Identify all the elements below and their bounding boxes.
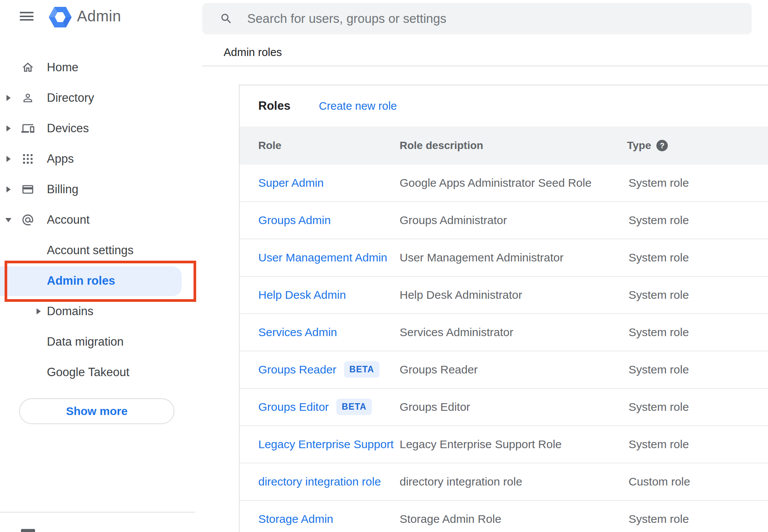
sidebar-item-label: Google Takeout: [47, 361, 130, 384]
expand-arrow-icon[interactable]: [6, 156, 11, 162]
credit-card-icon: [21, 183, 34, 196]
column-header-type: Type: [627, 127, 651, 165]
beta-badge: BETA: [344, 361, 379, 378]
role-type: System role: [629, 389, 689, 425]
role-description: Storage Admin Role: [400, 501, 501, 532]
role-link[interactable]: Help Desk Admin: [258, 277, 346, 313]
sidebar-item-account[interactable]: Account: [0, 208, 202, 231]
card-title: Roles: [258, 85, 290, 127]
expand-arrow-icon[interactable]: [6, 125, 11, 131]
beta-badge: BETA: [336, 399, 372, 415]
sidebar-item-home[interactable]: Home: [0, 56, 202, 79]
role-description: Services Administrator: [400, 314, 513, 351]
search-icon: [220, 12, 233, 25]
person-icon: [21, 91, 34, 104]
sidebar-item-label: Devices: [47, 117, 89, 140]
show-more-button[interactable]: Show more: [19, 398, 174, 424]
sidebar-item-domains[interactable]: Domains: [0, 300, 202, 323]
role-link[interactable]: Groups ReaderBETA: [258, 351, 379, 388]
table-row: Groups Admin Groups Administrator System…: [240, 202, 768, 239]
table-row: Storage Admin Storage Admin Role System …: [240, 501, 768, 532]
apps-grid-icon: [21, 152, 34, 165]
home-icon: [21, 61, 34, 74]
sidebar-item-data-migration[interactable]: Data migration: [0, 330, 202, 353]
role-type: System role: [629, 239, 689, 276]
sidebar-item-label: Domains: [47, 300, 93, 323]
search-input[interactable]: Search for users, groups or settings: [202, 3, 752, 34]
app-title: Admin: [77, 8, 121, 25]
sidebar-item-directory[interactable]: Directory: [0, 87, 202, 109]
table-row: directory integration role directory int…: [240, 463, 768, 501]
role-type: System role: [629, 165, 689, 201]
at-sign-icon: [21, 213, 34, 226]
role-description: User Management Administrator: [400, 239, 563, 276]
table-row: Groups EditorBETA Groups Editor System r…: [240, 389, 768, 426]
search-placeholder: Search for users, groups or settings: [247, 3, 446, 34]
role-description: directory integration role: [400, 463, 522, 500]
expand-arrow-icon[interactable]: [6, 95, 11, 101]
roles-card: Roles Create new role Role Role descript…: [239, 85, 768, 532]
role-link[interactable]: Super Admin: [258, 165, 324, 201]
sidebar-item-devices[interactable]: Devices: [0, 117, 202, 140]
role-description: Groups Administrator: [400, 202, 507, 239]
collapse-arrow-icon[interactable]: [5, 218, 11, 222]
role-type: System role: [629, 501, 689, 532]
role-link[interactable]: User Management Admin: [258, 239, 387, 276]
table-row: Super Admin Google Apps Administrator Se…: [240, 165, 768, 202]
roles-card-header: Roles Create new role: [240, 85, 768, 127]
breadcrumb: Admin roles: [224, 46, 282, 59]
table-row: Services Admin Services Administrator Sy…: [240, 314, 768, 351]
sidebar-item-label: Home: [47, 56, 78, 79]
table-row: Help Desk Admin Help Desk Administrator …: [240, 277, 768, 314]
role-type: System role: [629, 314, 689, 351]
role-link[interactable]: Groups EditorBETA: [258, 389, 372, 425]
expand-arrow-icon[interactable]: [37, 308, 41, 314]
role-link[interactable]: Storage Admin: [258, 501, 333, 532]
sidebar-item-label: Apps: [47, 147, 74, 170]
role-type: Custom role: [629, 463, 690, 500]
role-description: Legacy Enterprise Support Role: [400, 426, 562, 463]
table-header-row: Role Role description Type ?: [240, 127, 768, 165]
table-row: Legacy Enterprise Support Legacy Enterpr…: [240, 426, 768, 463]
role-link-text: Groups Reader: [258, 363, 336, 376]
sidebar-item-admin-roles[interactable]: Admin roles: [0, 269, 202, 292]
sidebar-item-label: Account: [47, 208, 90, 231]
column-header-description: Role description: [400, 127, 483, 165]
sidebar-item-apps[interactable]: Apps: [0, 147, 202, 170]
sidebar-item-google-takeout[interactable]: Google Takeout: [0, 361, 202, 384]
role-description: Google Apps Administrator Seed Role: [400, 165, 592, 201]
sidebar-item-label: Account settings: [47, 239, 133, 262]
table-row: Groups ReaderBETA Groups Reader System r…: [240, 351, 768, 389]
role-type: System role: [629, 202, 689, 239]
role-type: System role: [629, 351, 689, 388]
content-divider: [202, 66, 768, 66]
expand-arrow-icon[interactable]: [6, 186, 11, 192]
role-link[interactable]: Legacy Enterprise Support: [258, 426, 394, 463]
role-link[interactable]: Services Admin: [258, 314, 337, 351]
hamburger-menu-icon[interactable]: [20, 12, 34, 21]
sidebar-divider: [0, 512, 195, 513]
help-icon[interactable]: ?: [656, 140, 668, 151]
role-description: Help Desk Administrator: [400, 277, 522, 313]
devices-icon: [21, 122, 34, 135]
sidebar-item-billing[interactable]: Billing: [0, 178, 202, 201]
role-link-text: Groups Editor: [258, 401, 329, 413]
column-header-role: Role: [258, 127, 282, 165]
role-link[interactable]: Groups Admin: [258, 202, 331, 239]
sidebar-item-account-settings[interactable]: Account settings: [0, 239, 202, 262]
sidebar-item-label: Admin roles: [47, 269, 115, 292]
sidebar-item-label: Billing: [47, 178, 78, 201]
role-link[interactable]: directory integration role: [258, 463, 381, 500]
partially-visible-icon: [21, 529, 35, 532]
sidebar-item-label: Data migration: [47, 330, 124, 353]
admin-logo-icon[interactable]: [49, 7, 72, 29]
sidebar-item-label: Directory: [47, 87, 94, 109]
admin-console-screen: Admin Home Directory Devices: [0, 0, 768, 532]
role-type: System role: [629, 426, 689, 463]
role-description: Groups Reader: [400, 351, 478, 388]
create-new-role-link[interactable]: Create new role: [319, 85, 397, 127]
role-type: System role: [629, 277, 689, 313]
role-description: Groups Editor: [400, 389, 470, 425]
table-row: User Management Admin User Management Ad…: [240, 239, 768, 277]
